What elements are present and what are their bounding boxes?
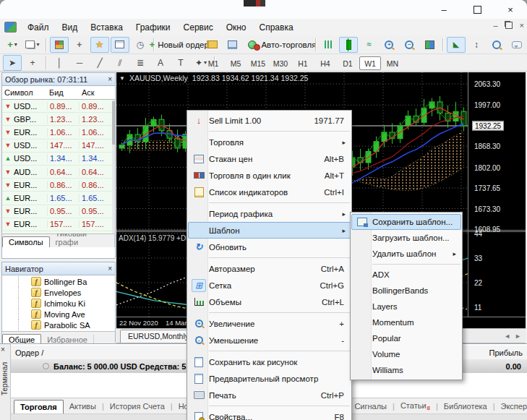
horizontal-line-button[interactable]: ─ (70, 55, 89, 71)
menu-item-template-volume[interactable]: Volume (351, 346, 461, 362)
market-watch-row[interactable]: ▼EUR...157....157.... (2, 218, 115, 231)
terminal-tab-активы[interactable]: Активы (64, 400, 102, 413)
terminal-column-0[interactable]: Ордер / (11, 346, 192, 359)
menu-item-zoom-out[interactable]: -Уменьшение- (188, 332, 351, 348)
zoom-in-button[interactable]: + (380, 37, 398, 53)
terminal-tab-сигналы[interactable]: Сигналы (348, 400, 393, 413)
market-watch-row[interactable]: ▼GBP...1.11...1.11... (2, 231, 115, 233)
menu-item-indicator-list[interactable]: Список индикаторовCtrl+I (188, 184, 351, 200)
menu-item-template-williams[interactable]: Williams (351, 362, 461, 378)
menu-item-save-as-picture[interactable]: Сохранить как рисунок (188, 353, 351, 370)
timeframe-m1[interactable]: M1 (202, 56, 224, 70)
market-watch-row[interactable]: ▼GBP...1.23...1.23... (2, 113, 115, 126)
child-close-button[interactable]: × (520, 21, 524, 30)
menu-item-sell-limit[interactable]: ↓Sell Limit 1.001971.77 (188, 112, 351, 129)
terminal-tab-статьи[interactable]: Статьи8 (395, 399, 436, 413)
timeframe-h4[interactable]: H4 (314, 56, 336, 70)
vertical-line-button[interactable]: │ (50, 55, 69, 71)
market-watch-row[interactable]: ▼EUR...0.95...0.95... (2, 205, 115, 218)
market-watch-row[interactable]: ▲EUR...1.65...1.65... (2, 192, 115, 205)
menu-item-template-layers[interactable]: Layers (351, 299, 461, 314)
timeframe-m15[interactable]: M15 (247, 56, 269, 70)
navigator-item-envelopes[interactable]: ƒEnvelopes (2, 287, 115, 298)
menu-item-zoom-in[interactable]: +Увеличение+ (188, 315, 351, 332)
terminal-tab-эксперты[interactable]: Эксперты (495, 400, 527, 413)
chat-button[interactable] (507, 37, 526, 53)
equidistant-channel-button[interactable]: ⫽ (111, 55, 129, 71)
close-button[interactable]: × (494, 0, 527, 19)
bar-chart-type-button[interactable] (319, 37, 338, 53)
new-order-button[interactable]: +Новый ордер (157, 37, 201, 53)
zoom-out-button[interactable]: − (400, 37, 419, 53)
terminal-tab-торговля[interactable]: Торговля (14, 400, 64, 413)
menu-item-template-momentum[interactable]: Momentum (351, 314, 461, 330)
data-window-toggle[interactable]: + (70, 37, 89, 53)
child-restore-button[interactable] (505, 22, 513, 29)
menu-item-template[interactable]: Шаблон▸ (188, 222, 351, 239)
auto-trading-button[interactable]: Авто-торговля (263, 37, 312, 53)
crosshair-button[interactable]: + (23, 55, 42, 71)
market-watch-row[interactable]: ▼EUR...1.06...1.06... (2, 126, 115, 139)
text-label-button[interactable]: T (171, 55, 190, 71)
market-watch-scrollbar[interactable] (112, 100, 115, 233)
menu-item-depth-of-market[interactable]: Стакан ценAlt+B (188, 150, 351, 167)
menu-item-template-popular[interactable]: Popular (351, 330, 461, 346)
auto-scroll-button[interactable]: ↕ (467, 37, 486, 53)
fibonacci-button[interactable]: ≣ (131, 55, 150, 71)
navigator-toggle[interactable]: ★ (90, 37, 109, 53)
menu-вставка[interactable]: Вставка (84, 21, 129, 34)
column-header-1[interactable]: Бид (47, 88, 80, 97)
new-chart-button[interactable]: +▾ (3, 37, 22, 53)
search-button[interactable] (487, 37, 506, 53)
navigator-item-bollinger-ba[interactable]: ƒBollinger Ba (2, 276, 115, 287)
market-watch-toggle[interactable] (50, 37, 69, 53)
column-header-0[interactable]: Символ (2, 88, 47, 97)
timeframe-w1[interactable]: W1 (359, 56, 381, 70)
menu-вид[interactable]: Вид (56, 21, 85, 34)
navigator-item-ichimoku-ki[interactable]: ƒIchimoku Ki (2, 298, 115, 309)
menu-item-load-template[interactable]: Загрузить шаблон... (351, 230, 461, 246)
chart-tab-eurusd[interactable]: EURUSD,Monthly (120, 330, 197, 343)
terminal-tab-история-счета[interactable]: История Счета (104, 400, 171, 413)
timeframe-m30[interactable]: M30 (270, 56, 291, 70)
market-watch-row[interactable]: ▲USD...1.34...1.34... (2, 153, 115, 166)
menu-item-save-template[interactable]: Сохранить шаблон... (351, 214, 461, 230)
cursor-button[interactable]: ➤ (3, 55, 22, 71)
navigator-close-icon[interactable]: × (108, 265, 112, 273)
market-watch-close-icon[interactable]: × (108, 75, 112, 83)
trendline-button[interactable]: ╱ (90, 55, 109, 71)
menu-графики[interactable]: Графики (129, 21, 177, 34)
menu-item-remove-template[interactable]: Удалить шаблон▸ (351, 246, 461, 262)
menu-item-print-preview[interactable]: Предварительный просмотр (188, 370, 351, 387)
menu-item-print[interactable]: ПечатьCtrl+P (188, 387, 351, 403)
market-watch-row[interactable]: ▼USD...147....147.... (2, 140, 115, 153)
menu-item-template-bollingerbands[interactable]: BollingerBands (351, 283, 461, 299)
market-watch-row[interactable]: ▼EUR...0.86...0.86... (2, 179, 115, 192)
terminal-close-icon[interactable]: × (1, 346, 5, 353)
line-chart-type-button[interactable]: ≈ (359, 37, 378, 53)
navigator-item-moving-ave[interactable]: ƒMoving Ave (2, 309, 115, 320)
chart-shift-button[interactable]: ◣ (447, 37, 466, 53)
menu-item-autosize[interactable]: АвторазмерCtrl+A (188, 260, 351, 277)
menu-item-chart-period[interactable]: Период графика▸ (188, 205, 351, 222)
terminal-column-profit[interactable]: Прибыль (484, 346, 527, 359)
menu-окно[interactable]: Окно (220, 21, 253, 34)
timeframe-d1[interactable]: D1 (337, 56, 359, 70)
navigator-item-parabolic-sa[interactable]: ƒParabolic SA (2, 320, 115, 330)
timeframe-mn[interactable]: MN (382, 56, 403, 70)
menu-item-grid[interactable]: ⊞СеткаCtrl+G (188, 277, 351, 293)
maximize-button[interactable] (460, 0, 494, 19)
profiles-button[interactable]: ▾ (23, 37, 42, 53)
market-watch-row[interactable]: ▼AUD...0.64...0.64... (2, 166, 115, 179)
menu-item-one-click-trading[interactable]: Торговля в один кликAlt+T (188, 167, 351, 184)
minimize-button[interactable]: – (427, 0, 460, 19)
strategy-tester-toggle[interactable]: ◷ (131, 37, 150, 53)
chart-tabs-scroll-left-icon[interactable]: ◄ (504, 333, 510, 340)
menu-item-properties[interactable]: Свойства...F8 (188, 408, 351, 420)
candlestick-chart-type-button[interactable] (339, 37, 358, 53)
terminal-toggle[interactable] (111, 37, 129, 53)
column-header-2[interactable]: Аск (80, 88, 112, 97)
metaeditor-button[interactable] (202, 37, 221, 53)
menu-справка[interactable]: Справка (253, 21, 300, 34)
menu-item-refresh[interactable]: ↻Обновить (188, 239, 351, 255)
